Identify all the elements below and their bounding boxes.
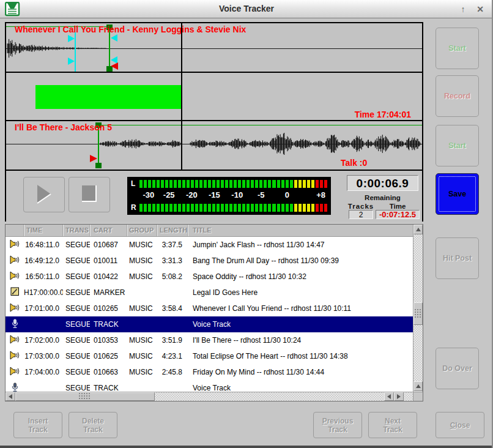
hit-post-button[interactable]: Hit Post [436,237,479,279]
play-button[interactable] [23,177,65,212]
vu-segment [251,204,254,212]
remaining-tracks-label: Tracks [344,203,378,210]
vu-segment [290,180,293,188]
edit-cursor[interactable] [181,23,182,170]
shade-window-icon[interactable]: ↑ [456,3,470,15]
save-button[interactable]: Save [436,173,479,215]
previous-track-button[interactable]: PreviousTrack [313,412,362,438]
fade-marker-line[interactable] [75,29,76,72]
do-over-button[interactable]: Do Over [436,348,479,389]
track3-start-marker-icon[interactable] [90,155,97,162]
titlebar[interactable]: Voice Tracker ↑ ✕ [0,0,493,18]
cell-trans: SEGUE [63,304,90,313]
cell-time: 17:01:00.0 [24,304,63,313]
vu-segment [277,180,280,188]
table-row[interactable]: 17:01:00.0SEGUE010265MUSIC3:58.4Whenever… [6,301,413,316]
vu-segment [303,204,306,212]
track-divider-2 [6,120,422,121]
vu-segment [307,180,310,188]
start-track1-button[interactable]: Start [436,28,479,69]
fade-marker-top-icon[interactable] [68,35,75,42]
table-row[interactable]: 16:49:12.0SEGUE010011MUSIC3:31.3Bang The… [6,253,413,269]
log-table-body: 16:48:11.0SEGUE010687MUSIC3:37.5Jumpin' … [6,237,413,392]
scroll-left-button[interactable] [6,392,15,401]
close-window-icon[interactable]: ✕ [473,3,487,15]
vu-segment [161,204,164,212]
insert-track-button[interactable]: InsertTrack [13,412,62,438]
cell-length: 3:51.9 [157,336,188,345]
scroll-right-button[interactable] [394,392,404,401]
table-row[interactable]: 16:50:11.0SEGUE010422MUSIC5:08.2Space Od… [6,269,413,285]
elapsed-timer: 0:00:06.9 [347,175,418,191]
scrollbar-corner [413,392,423,401]
vu-segment [307,204,310,212]
button-label-line: Track [83,425,102,434]
vu-segment [303,180,306,188]
table-row[interactable]: 17:04:00.0SEGUE010663MUSIC2:45.8Friday O… [6,364,413,380]
vu-right-label: R [131,203,139,212]
cell-icon [6,367,24,378]
cell-title: Total Eclipse Of The Heart -- rdhost 11/… [188,352,413,360]
vu-segment [286,180,289,188]
record-button[interactable]: Record [436,75,479,117]
vu-segment [281,180,284,188]
button-label-line: Track [383,425,402,434]
track1-zero-line [6,48,422,49]
header-trans[interactable]: TRANS [63,225,90,236]
vu-meter: L -30-25-20-15-10-50+8 R [127,177,331,215]
waveform-area[interactable]: Whenever I Call You Friend - Kenny Loggi… [6,23,422,170]
speaker-icon [10,367,20,376]
vertical-scroll-thumb[interactable] [413,302,423,325]
horizontal-scrollbar[interactable] [6,392,413,401]
table-row[interactable]: 16:48:11.0SEGUE010687MUSIC3:37.5Jumpin' … [6,237,413,253]
close-button[interactable]: Close [436,412,484,438]
vu-segment [152,204,155,212]
start-track3-button[interactable]: Start [436,125,479,166]
table-row[interactable]: SEGUETRACKVoice Track [6,380,413,392]
header-title[interactable]: TITLE [188,225,413,236]
fade-marker-bottom-icon[interactable] [68,58,75,65]
vu-segment [242,180,245,188]
vu-segment [298,204,302,212]
vu-segment [169,204,172,212]
table-row[interactable]: H17:00:00.0SEGUEMARKERLegal ID Goes Here [6,285,413,301]
table-row[interactable]: 17:02:00.0SEGUE010353MUSIC3:51.9I'll Be … [6,332,413,348]
cell-time: 17:04:00.0 [24,368,63,376]
speaker-icon [10,271,20,280]
header-cart[interactable]: CART [90,225,127,236]
segue-end-marker-icon[interactable] [111,62,118,70]
next-track-button[interactable]: NextTrack [368,412,417,438]
header-group[interactable]: GROUP [127,225,157,236]
vu-segment [217,204,220,212]
scroll-up-button[interactable] [413,225,423,234]
cell-group: MUSIC [127,272,157,281]
log-table-header[interactable]: TIME TRANS CART GROUP LENGTH TITLE [6,225,413,237]
scroll-up-button-2[interactable] [413,381,423,391]
vu-segment [311,180,314,188]
save-button-label: Save [448,190,466,198]
scroll-left-button-2[interactable] [384,392,394,401]
vu-segment [255,180,258,188]
vu-scale-tick: -5 [258,190,265,200]
track3-handle-bottom[interactable] [95,163,102,168]
horizontal-scroll-thumb[interactable] [15,392,155,401]
header-time[interactable]: TIME [24,225,63,236]
delete-track-button[interactable]: DeleteTrack [69,412,117,438]
vu-segment [290,204,293,212]
segue-fade-top-icon[interactable] [111,34,117,42]
stop-button[interactable] [69,177,110,212]
voice-track-block[interactable] [35,85,182,109]
header-icon-col[interactable] [6,225,24,236]
header-length[interactable]: LENGTH [157,225,188,236]
cell-trans: SEGUE [63,241,90,249]
table-row[interactable]: 17:03:00.0SEGUE010625MUSIC4:23.1Total Ec… [6,348,413,364]
vu-segment [272,204,275,212]
speaker-icon [10,239,20,248]
vu-segment [199,180,202,188]
vu-left-row: L [131,179,327,188]
play-icon [24,177,63,211]
button-label-line: Delete [82,417,104,425]
table-row[interactable]: SEGUETRACKVoice Track [6,316,413,332]
vertical-scrollbar[interactable] [413,225,423,401]
cell-time: 16:49:12.0 [24,256,63,265]
